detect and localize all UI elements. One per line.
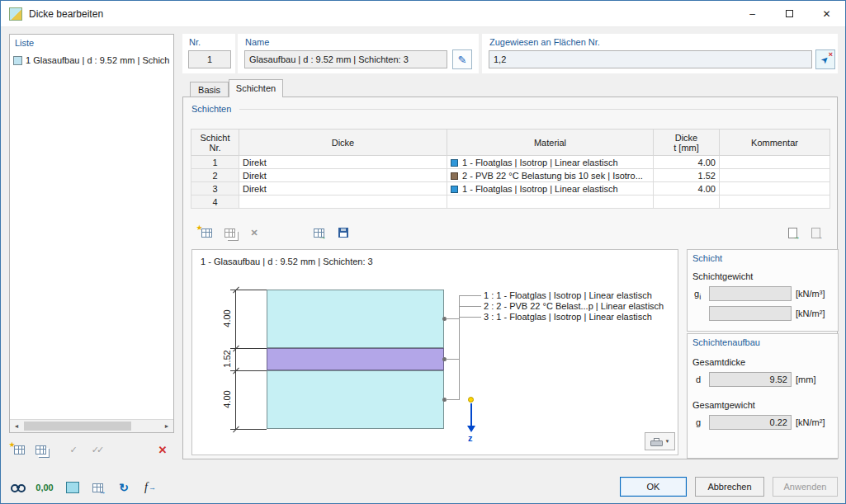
cell-dicke[interactable]: Direkt [239, 169, 447, 182]
list-item[interactable]: 1 Glasaufbau | d : 9.52 mm | Schich [12, 53, 172, 68]
cell-thickness[interactable]: 4.00 [654, 156, 720, 169]
cell-kommentar[interactable] [720, 169, 830, 182]
import-table-button[interactable]: → [806, 223, 825, 243]
check-icon: ✓ [69, 445, 77, 455]
star-icon: ★ [196, 224, 203, 232]
layer-weight-volume-field [709, 286, 792, 301]
assigned-surfaces-field[interactable]: 1,2 [489, 50, 812, 68]
formula-button[interactable]: f → [139, 478, 161, 497]
scroll-right-arrow[interactable]: ► [160, 420, 173, 432]
export-table-button[interactable]: → [782, 223, 802, 243]
pick-surfaces-button[interactable]: ➤ × [815, 49, 835, 69]
cell-kommentar[interactable] [720, 156, 830, 169]
cell-material[interactable]: 2 - PVB 22 °C Belastung bis 10 sek | Iso… [447, 169, 654, 182]
name-label: Name [245, 37, 269, 47]
cell-thickness[interactable] [654, 195, 720, 209]
cell-material[interactable] [447, 195, 654, 209]
delete-thickness-button[interactable]: ✕ [153, 440, 173, 459]
nr-panel: Nr. 1 [182, 34, 235, 73]
sheet-icon: → [788, 228, 797, 238]
ok-button[interactable]: OK [620, 477, 687, 497]
col-material[interactable]: Material [447, 130, 654, 156]
apply-button[interactable]: Anwenden [773, 477, 838, 497]
leader-line [446, 399, 459, 400]
cell-dicke[interactable] [239, 195, 447, 209]
delete-layer-button[interactable]: ✕ [244, 223, 264, 243]
minimize-button[interactable]: – [734, 1, 771, 27]
app-icon [9, 7, 22, 21]
copy-layer-icon [224, 228, 235, 238]
scrollbar-thumb[interactable] [24, 422, 131, 431]
list-options-button[interactable]: → [87, 478, 108, 497]
decimals-label: 0,00 [35, 483, 53, 492]
cell-kommentar[interactable] [720, 182, 830, 195]
cell-thickness[interactable]: 1.52 [654, 169, 720, 182]
binoculars-bridge [17, 486, 20, 488]
table-row[interactable]: 4 [191, 195, 830, 209]
layers-section-title: Schichten [191, 104, 231, 114]
col-dicke-t[interactable]: Dicket [mm] [654, 130, 720, 156]
regenerate-button[interactable]: ↻ [113, 478, 135, 497]
nr-field: 1 [188, 50, 231, 68]
tab-schichten[interactable]: Schichten [229, 79, 283, 97]
list-panel: Liste 1 Glasaufbau | d : 9.52 mm | Schic… [9, 34, 174, 433]
close-icon: ✕ [822, 8, 830, 20]
star-icon: ★ [9, 440, 16, 449]
cell-material[interactable]: 1 - Floatglas | Isotrop | Linear elastis… [447, 156, 654, 169]
disk-shutter [341, 228, 346, 231]
z-axis-label: z [468, 433, 473, 443]
save-layers-button[interactable] [333, 223, 353, 243]
horizontal-scrollbar[interactable]: ◄ ► [10, 419, 173, 432]
unit-kn-m2: [kN/m²] [796, 309, 825, 318]
select-all-button[interactable]: ✓✓ [87, 440, 106, 459]
dialog-dicke-bearbeiten: Dicke bearbeiten – ✕ Liste 1 Glasaufbau … [0, 0, 846, 504]
preview-caption: 1 - Glasaufbau | d : 9.52 mm | Schichten… [201, 257, 373, 266]
total-weight-field: 0.22 [709, 415, 792, 430]
cancel-button[interactable]: Abbrechen [695, 477, 764, 497]
gesamtdicke-label: Gesamtdicke [692, 357, 745, 367]
decimal-places-button[interactable]: 0,00 [32, 478, 57, 497]
scroll-left-arrow[interactable]: ◄ [10, 420, 23, 432]
material-database-button[interactable]: → [309, 223, 328, 243]
layer-label: 2 : 2 - PVB 22 °C Belast...p | Linear el… [484, 301, 664, 311]
new-thickness-button[interactable]: ★ [9, 440, 29, 459]
color-swatch-icon [66, 482, 79, 493]
select-single-button[interactable]: ✓ [64, 440, 83, 459]
copy-thickness-icon [35, 445, 46, 455]
gray-arrow-icon: → [816, 233, 824, 241]
cell-dicke[interactable]: Direkt [239, 182, 447, 195]
col-dicke[interactable]: Dicke [239, 130, 447, 156]
aufbau-panel-title: Schichtenaufbau [692, 337, 760, 347]
cell-dicke[interactable]: Direkt [239, 156, 447, 169]
col-kommentar[interactable]: Kommentar [720, 130, 830, 156]
find-button[interactable] [7, 478, 29, 497]
close-button[interactable]: ✕ [808, 1, 845, 27]
cell-kommentar[interactable] [720, 195, 830, 209]
material-db-icon: → [314, 228, 324, 238]
printer-icon [650, 440, 663, 446]
col-schicht-nr[interactable]: SchichtNr. [191, 130, 239, 156]
new-layer-button[interactable]: ★ [196, 223, 216, 243]
layer-label: 1 : 1 - Floatglas | Isotrop | Linear ela… [484, 290, 652, 300]
print-preview-button[interactable]: ▼ [645, 432, 675, 450]
leader-line [459, 295, 481, 296]
material-color-swatch [451, 199, 458, 206]
table-row[interactable]: 1 Direkt 1 - Floatglas | Isotrop | Linea… [191, 156, 830, 169]
maximize-button[interactable] [771, 1, 808, 27]
disk-label [340, 233, 347, 237]
copy-thickness-button[interactable] [31, 440, 50, 459]
green-arrow-icon: → [319, 232, 327, 241]
tab-basis[interactable]: Basis [190, 82, 229, 97]
table-row[interactable]: 3 Direkt 1 - Floatglas | Isotrop | Linea… [191, 182, 830, 195]
edit-name-button[interactable]: ✎ [452, 49, 472, 69]
cell-thickness[interactable]: 4.00 [654, 182, 720, 195]
options-grid-icon: → [92, 483, 103, 492]
list-title: Liste [15, 38, 34, 48]
material-color-swatch [451, 159, 458, 167]
table-row[interactable]: 2 Direkt 2 - PVB 22 °C Belastung bis 10 … [191, 169, 830, 182]
leader-line [459, 317, 481, 318]
name-field[interactable]: Glasaufbau | d : 9.52 mm | Schichten: 3 [244, 50, 447, 68]
display-colors-button[interactable] [62, 478, 83, 497]
cell-material[interactable]: 1 - Floatglas | Isotrop | Linear elastis… [447, 182, 654, 195]
copy-layer-button[interactable] [220, 223, 239, 243]
